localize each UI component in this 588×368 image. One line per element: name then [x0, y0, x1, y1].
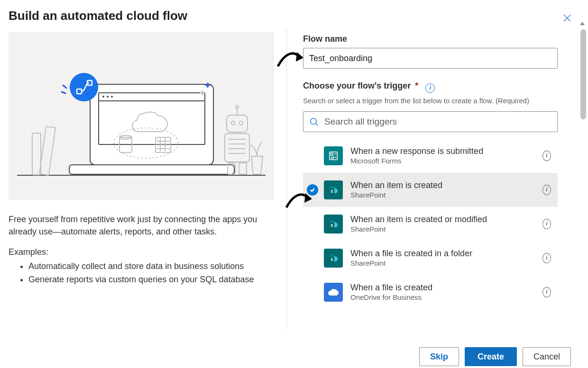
trigger-label: Choose your flow's trigger * i: [303, 81, 571, 93]
svg-point-33: [70, 73, 98, 101]
sharepoint-icon: S: [324, 215, 343, 233]
svg-line-37: [63, 85, 66, 88]
flow-name-input[interactable]: [303, 48, 558, 69]
svg-point-25: [236, 106, 239, 108]
trigger-info-button[interactable]: i: [538, 151, 551, 161]
info-icon: i: [542, 151, 551, 161]
svg-rect-45: [331, 153, 333, 155]
build-flow-modal: Build an automated cloud flow: [0, 0, 588, 368]
trigger-text: When a new response is submittedMicrosof…: [350, 146, 538, 165]
svg-line-36: [62, 92, 65, 93]
trigger-item[interactable]: SWhen a file is created in a folderShare…: [303, 241, 558, 275]
illustration: [9, 32, 274, 200]
close-icon: [562, 13, 572, 23]
info-icon: i: [542, 219, 551, 229]
trigger-service: SharePoint: [350, 191, 538, 199]
close-button[interactable]: [560, 10, 575, 26]
svg-rect-26: [225, 134, 249, 162]
lead-text: Free yourself from repetitive work just …: [9, 213, 278, 238]
trigger-search-input[interactable]: [323, 116, 551, 127]
trigger-text: When an item is created or modifiedShare…: [350, 215, 538, 233]
trigger-info-button[interactable]: i: [538, 287, 551, 297]
trigger-item[interactable]: When a new response is submittedMicrosof…: [303, 139, 558, 173]
svg-point-10: [111, 96, 113, 98]
svg-rect-5: [90, 84, 213, 165]
scrollbar-up-icon[interactable]: [580, 22, 585, 25]
trigger-helper-text: Search or select a trigger from the list…: [303, 97, 571, 105]
trigger-service: OneDrive for Business: [350, 293, 538, 301]
info-icon: i: [542, 287, 551, 297]
trigger-label-text: Choose your flow's trigger: [303, 81, 411, 90]
svg-point-42: [311, 118, 316, 124]
trigger-service: Microsoft Forms: [350, 157, 538, 165]
cancel-button[interactable]: Cancel: [523, 347, 571, 366]
modal-title: Build an automated cloud flow: [9, 9, 187, 23]
scrollbar-thumb[interactable]: [580, 29, 586, 119]
example-item: Generate reports via custom queries on y…: [28, 273, 278, 286]
trigger-text: When a file is createdOneDrive for Busin…: [350, 283, 538, 302]
svg-point-22: [231, 121, 235, 125]
svg-point-23: [239, 121, 243, 125]
svg-text:S: S: [331, 189, 333, 193]
svg-rect-32: [239, 163, 247, 174]
info-icon: i: [542, 185, 551, 195]
modal-footer: Skip Create Cancel: [419, 347, 571, 366]
svg-point-9: [107, 96, 109, 98]
trigger-search[interactable]: [303, 111, 558, 132]
trigger-title: When an item is created or modified: [350, 215, 538, 225]
svg-text:S: S: [331, 257, 333, 261]
trigger-title: When an item is created: [350, 180, 538, 191]
svg-point-8: [102, 96, 104, 98]
forms-icon: [324, 146, 343, 165]
trigger-text: When an item is createdSharePoint: [350, 180, 538, 199]
skip-button[interactable]: Skip: [419, 347, 459, 366]
trigger-list: When a new response is submittedMicrosof…: [303, 139, 558, 309]
trigger-service: SharePoint: [350, 225, 538, 233]
example-item: Automatically collect and store data in …: [28, 260, 278, 272]
trigger-title: When a file is created: [350, 283, 538, 293]
create-button[interactable]: Create: [465, 347, 517, 366]
sharepoint-icon: S: [324, 249, 343, 268]
search-icon: [309, 117, 319, 126]
trigger-item[interactable]: When a file is createdOneDrive for Busin…: [303, 275, 558, 309]
svg-line-43: [316, 124, 318, 126]
trigger-item[interactable]: SWhen an item is created or modifiedShar…: [303, 207, 558, 241]
examples-heading: Examples:: [9, 247, 278, 257]
trigger-text: When a file is created in a folderShareP…: [350, 249, 538, 268]
trigger-radio[interactable]: [307, 184, 318, 196]
left-panel: Free yourself from repetitive work just …: [0, 28, 286, 329]
svg-rect-11: [69, 165, 234, 174]
modal-header: Build an automated cloud flow: [0, 0, 588, 26]
info-icon: i: [542, 253, 551, 263]
info-icon[interactable]: i: [425, 83, 435, 93]
onedrive-icon: [324, 283, 343, 302]
flow-name-label: Flow name: [303, 34, 571, 44]
trigger-title: When a new response is submitted: [350, 146, 538, 157]
svg-rect-21: [227, 115, 248, 132]
trigger-service: SharePoint: [350, 259, 538, 267]
trigger-info-button[interactable]: i: [538, 253, 551, 263]
trigger-title: When a file is created in a folder: [350, 249, 538, 259]
examples-list: Automatically collect and store data in …: [9, 260, 278, 286]
required-mark: *: [415, 81, 418, 90]
trigger-item[interactable]: SWhen an item is createdSharePointi: [303, 173, 558, 207]
svg-rect-4: [39, 126, 55, 175]
trigger-info-button[interactable]: i: [538, 219, 551, 229]
right-panel: Flow name Choose your flow's trigger * i…: [287, 28, 588, 329]
svg-rect-3: [32, 133, 41, 175]
svg-text:S: S: [331, 223, 333, 227]
sharepoint-icon: S: [324, 180, 343, 199]
trigger-info-button[interactable]: i: [538, 185, 551, 195]
